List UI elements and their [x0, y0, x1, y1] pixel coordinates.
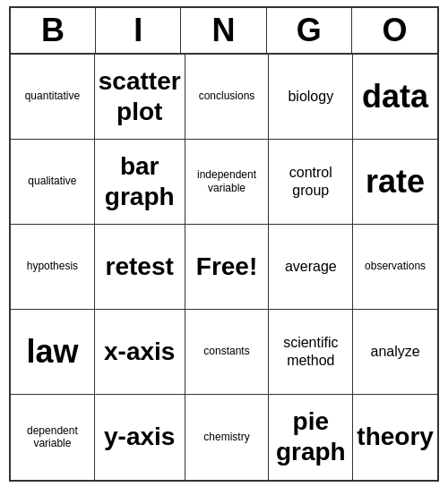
cell-text: data	[362, 77, 428, 115]
cell-text: y-axis	[104, 422, 175, 452]
bingo-cell: control group	[269, 140, 353, 225]
cell-text: hypothesis	[27, 260, 78, 272]
bingo-cell: constants	[185, 310, 270, 395]
header-letter: I	[96, 8, 181, 53]
bingo-cell: y-axis	[95, 395, 185, 480]
bingo-cell: x-axis	[95, 310, 185, 395]
bingo-cell: data	[353, 55, 437, 140]
header-letter: B	[11, 8, 96, 53]
cell-text: chemistry	[203, 431, 249, 443]
cell-text: analyze	[371, 343, 420, 360]
cell-text: dependent variable	[14, 424, 90, 450]
cell-text: theory	[357, 422, 434, 452]
bingo-cell: quantitative	[11, 55, 95, 140]
bingo-cell: theory	[353, 395, 437, 480]
cell-text: x-axis	[104, 337, 175, 367]
cell-text: observations	[365, 260, 426, 272]
cell-text: bar graph	[99, 151, 181, 211]
bingo-card: BINGO quantitativescatter plotconclusion…	[9, 6, 439, 482]
bingo-cell: independent variable	[185, 140, 270, 225]
bingo-cell: pie graph	[269, 395, 353, 480]
bingo-cell: average	[269, 225, 353, 310]
cell-text: constants	[203, 345, 249, 357]
bingo-cell: qualitative	[11, 140, 95, 225]
bingo-cell: observations	[353, 225, 437, 310]
cell-text: retest	[106, 252, 174, 282]
cell-text: rate	[366, 162, 425, 201]
cell-text: qualitative	[28, 175, 76, 187]
bingo-cell: dependent variable	[11, 395, 95, 480]
bingo-cell: bar graph	[95, 140, 185, 225]
bingo-cell: Free!	[185, 225, 270, 310]
bingo-grid: quantitativescatter plotconclusionsbiolo…	[11, 55, 437, 480]
bingo-cell: biology	[269, 55, 353, 140]
bingo-cell: retest	[95, 225, 185, 310]
bingo-cell: scatter plot	[95, 55, 185, 140]
bingo-header: BINGO	[11, 8, 437, 55]
bingo-cell: chemistry	[185, 395, 270, 480]
bingo-cell: analyze	[353, 310, 437, 395]
cell-text: average	[285, 258, 337, 275]
cell-text: independent variable	[189, 168, 265, 194]
cell-text: scatter plot	[99, 66, 181, 126]
cell-text: biology	[288, 88, 333, 105]
bingo-cell: conclusions	[185, 55, 270, 140]
bingo-cell: law	[11, 310, 95, 395]
header-letter: G	[267, 8, 352, 53]
cell-text: scientific method	[272, 334, 349, 368]
cell-text: pie graph	[272, 406, 349, 466]
header-letter: N	[181, 8, 266, 53]
cell-text: control group	[272, 164, 349, 198]
bingo-cell: hypothesis	[11, 225, 95, 310]
cell-text: quantitative	[25, 90, 80, 102]
cell-text: law	[26, 332, 78, 371]
header-letter: O	[352, 8, 437, 53]
cell-text: Free!	[196, 252, 257, 282]
bingo-cell: scientific method	[269, 310, 353, 395]
cell-text: conclusions	[199, 90, 255, 102]
bingo-cell: rate	[353, 140, 437, 225]
